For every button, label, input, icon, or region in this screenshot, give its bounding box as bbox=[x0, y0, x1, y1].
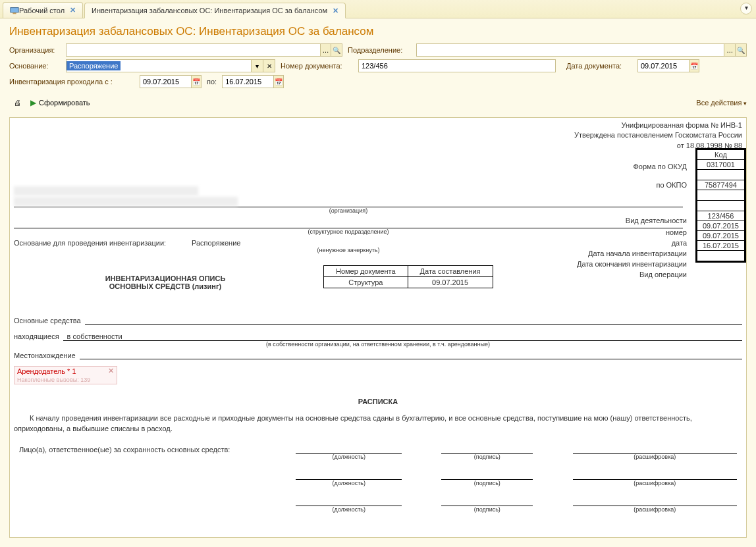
org-label: Организация: bbox=[9, 46, 61, 54]
calendar-button[interactable]: 📅 bbox=[191, 76, 201, 88]
loc-sublabel: (в собственности организации, на ответст… bbox=[14, 341, 742, 348]
basis-label: Основание: bbox=[9, 62, 61, 70]
code-header: Код bbox=[697, 150, 744, 160]
dept-sublabel: (структурное подразделение) bbox=[14, 228, 683, 235]
sig-line bbox=[441, 493, 533, 506]
svg-rect-0 bbox=[11, 7, 18, 12]
play-icon: ▶ bbox=[30, 98, 36, 107]
date-value: 09.07.2015 bbox=[697, 221, 744, 231]
org-field[interactable] bbox=[67, 46, 320, 54]
search-button[interactable]: 🔍 bbox=[735, 44, 746, 56]
form-code-line: Унифицированная форма № ИНВ-1 bbox=[14, 120, 742, 130]
tab-label: Рабочий стол bbox=[19, 7, 65, 14]
close-icon[interactable]: ✕ bbox=[333, 7, 338, 15]
period-to-input[interactable]: 📅 bbox=[222, 75, 284, 88]
form-button[interactable]: ▶ Сформировать bbox=[26, 96, 95, 109]
tab-label: Инвентаризация забалансовых ОС: Инвентар… bbox=[92, 7, 327, 14]
code-box: Код 0317001 75877494 123/456 09.07.2015 … bbox=[695, 148, 746, 263]
empty-cell bbox=[697, 190, 744, 201]
sig-sub: (расшифровка) bbox=[568, 506, 742, 513]
activity-label: Вид деятельности bbox=[626, 217, 687, 224]
mini-value: Структура bbox=[324, 277, 408, 288]
dept-field[interactable] bbox=[417, 46, 724, 54]
org-input[interactable]: … 🔍 bbox=[66, 43, 342, 57]
dropdown-button[interactable]: ▾ bbox=[251, 60, 263, 72]
toolbar: 🖨 ▶ Сформировать Все действия bbox=[0, 91, 756, 115]
sig-line bbox=[296, 493, 402, 506]
docdate-field[interactable] bbox=[638, 62, 689, 70]
arendodatel-faint: Накопленные вызовы: 139 bbox=[17, 377, 90, 383]
print-button[interactable]: 🖨 bbox=[9, 97, 26, 109]
sig-line bbox=[441, 467, 533, 480]
all-actions-menu[interactable]: Все действия bbox=[696, 99, 747, 107]
num-label: номер bbox=[666, 228, 687, 236]
os-label: Основные средства bbox=[14, 317, 85, 325]
sig-sub: (должность) bbox=[290, 454, 407, 460]
org-sublabel: (организация) bbox=[14, 207, 683, 214]
empty-cell bbox=[697, 251, 744, 261]
basis-line-label: Основание для проведения инвентаризации: bbox=[14, 239, 192, 247]
tab-bar: Рабочий стол ✕ Инвентаризация забалансов… bbox=[0, 0, 756, 18]
docdate-input[interactable]: 📅 bbox=[637, 59, 699, 72]
loc-label: находящиеся bbox=[14, 332, 63, 341]
close-icon[interactable]: ✕ bbox=[70, 6, 76, 14]
sig-sub: (подпись) bbox=[436, 506, 538, 513]
sig-line bbox=[573, 493, 737, 506]
search-button[interactable]: 🔍 bbox=[331, 44, 342, 56]
tab-document[interactable]: Инвентаризация забалансовых ОС: Инвентар… bbox=[84, 3, 346, 18]
period-to-field[interactable] bbox=[223, 78, 273, 86]
end-value: 16.07.2015 bbox=[697, 241, 744, 251]
svg-rect-1 bbox=[13, 13, 16, 14]
end-label: Дата окончания инвентаризации bbox=[577, 260, 687, 268]
dept-label: Подразделение: bbox=[348, 46, 411, 54]
docnum-input[interactable] bbox=[358, 59, 556, 72]
close-icon[interactable]: ✕ bbox=[108, 367, 114, 375]
basis-line-value: Распоряжение bbox=[192, 239, 742, 247]
document: Унифицированная форма № ИНВ-1 Утверждена… bbox=[10, 118, 746, 515]
doc-title: ИНВЕНТАРИЗАЦИОННАЯ ОПИСЬ ОСНОВНЫХ СРЕДСТ… bbox=[14, 265, 317, 290]
arendodatel-badge[interactable]: Арендодатель * 1 Накопленные вызовы: 139… bbox=[14, 366, 117, 384]
sig-sub: (должность) bbox=[290, 480, 407, 486]
page-title: Инвентаризация забалансовых ОС: Инвентар… bbox=[0, 18, 756, 43]
arendodatel-label: Арендодатель * bbox=[17, 367, 70, 375]
printer-icon: 🖨 bbox=[14, 99, 21, 107]
strike-note: (ненужное зачеркнуть) bbox=[14, 247, 683, 253]
period-from-field[interactable] bbox=[140, 78, 191, 86]
sig-sub: (расшифровка) bbox=[568, 454, 742, 460]
clear-button[interactable]: ✕ bbox=[263, 60, 275, 72]
loc-value: в собственности bbox=[63, 332, 122, 340]
period-from-input[interactable]: 📅 bbox=[140, 75, 202, 88]
form-panel: Организация: … 🔍 Подразделение: … 🔍 Осно… bbox=[0, 43, 756, 88]
sig-line bbox=[296, 440, 402, 454]
empty-cell bbox=[697, 201, 744, 211]
doc-header: Унифицированная форма № ИНВ-1 Утверждена… bbox=[14, 120, 742, 151]
basis-input[interactable]: Распоряжение ▾ ✕ bbox=[66, 59, 275, 72]
raspisska-heading: РАСПИСКА bbox=[14, 398, 742, 405]
ellipsis-button[interactable]: … bbox=[320, 44, 331, 56]
calendar-button[interactable]: 📅 bbox=[689, 60, 699, 72]
start-value: 09.07.2015 bbox=[697, 231, 744, 241]
dept-input[interactable]: … 🔍 bbox=[416, 43, 747, 57]
org-line bbox=[14, 190, 683, 207]
okpo-value: 75877494 bbox=[697, 180, 744, 190]
sig-sub: (подпись) bbox=[436, 480, 538, 486]
date-label: дата bbox=[672, 239, 687, 247]
doc-meta-table: Номер документа Дата составления Структу… bbox=[323, 265, 493, 288]
docnum-field[interactable] bbox=[359, 62, 555, 70]
docdate-label: Дата документа: bbox=[566, 62, 632, 70]
period-label: Инвентаризация проходила с : bbox=[9, 78, 134, 86]
start-label: Дата начала инвентаризации bbox=[588, 249, 687, 257]
num-value: 123/456 bbox=[697, 211, 744, 221]
document-viewport[interactable]: Унифицированная форма № ИНВ-1 Утверждена… bbox=[9, 117, 747, 538]
expand-button[interactable]: ▾ bbox=[740, 3, 752, 14]
basis-value: Распоряжение bbox=[67, 61, 121, 70]
dept-line bbox=[14, 219, 683, 228]
os-line bbox=[85, 317, 742, 325]
ellipsis-button[interactable]: … bbox=[724, 44, 735, 56]
okpo-label: по ОКПО bbox=[656, 181, 687, 189]
form-button-label: Сформировать bbox=[39, 99, 90, 107]
calendar-button[interactable]: 📅 bbox=[273, 76, 283, 88]
tab-desktop[interactable]: Рабочий стол ✕ bbox=[3, 2, 83, 18]
mini-header: Дата составления bbox=[408, 266, 493, 277]
doc-title-line2: ОСНОВНЫХ СРЕДСТВ (лизинг) bbox=[14, 282, 317, 290]
